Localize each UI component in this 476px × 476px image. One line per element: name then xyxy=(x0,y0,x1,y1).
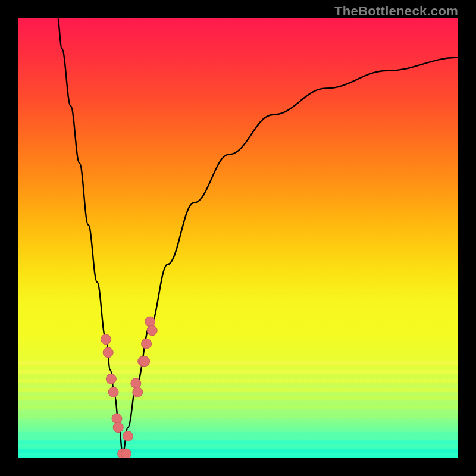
watermark-text: TheBottleneck.com xyxy=(334,4,458,19)
data-point-dot xyxy=(106,374,116,384)
data-point-dot xyxy=(103,347,113,358)
data-point-dot xyxy=(108,387,118,397)
data-point-dot xyxy=(123,431,133,441)
data-point-dot xyxy=(140,356,150,367)
data-point-dot xyxy=(113,422,123,433)
data-point-dot xyxy=(145,317,155,327)
bottleneck-curve xyxy=(123,58,458,454)
chart-frame: TheBottleneck.com xyxy=(0,0,476,476)
plot-area xyxy=(18,18,458,458)
data-point-dot xyxy=(101,334,111,345)
data-point-dot xyxy=(112,414,122,424)
data-point-dot xyxy=(133,387,143,397)
data-point-dot xyxy=(131,378,141,389)
data-point-dot xyxy=(142,339,152,349)
data-point-dot xyxy=(147,325,157,336)
bottleneck-chart xyxy=(18,18,458,458)
data-point-dot xyxy=(121,449,131,458)
